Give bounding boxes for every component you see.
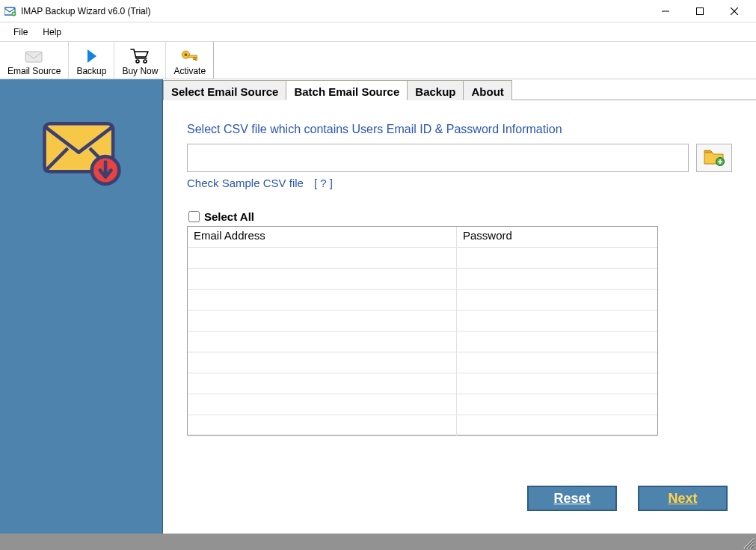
grid-row[interactable] — [188, 331, 657, 352]
svg-rect-3 — [697, 7, 704, 14]
next-button[interactable]: Next — [638, 486, 728, 511]
tool-activate[interactable]: Activate — [166, 42, 214, 79]
svg-marker-7 — [87, 49, 96, 63]
grid-row[interactable] — [188, 290, 657, 311]
maximize-button[interactable] — [683, 0, 717, 22]
menu-bar: File Help — [0, 22, 756, 42]
tab-about[interactable]: About — [463, 80, 511, 100]
window-title: IMAP Backup Wizard v6.0 (Trial) — [21, 6, 150, 16]
instruction-text: Select CSV file which contains Users Ema… — [187, 123, 732, 136]
tab-backup[interactable]: Backup — [407, 80, 464, 100]
svg-point-9 — [144, 60, 147, 63]
reset-button-label: Reset — [553, 491, 590, 507]
backup-icon — [82, 47, 101, 65]
tab-select-email-source[interactable]: Select Email Source — [163, 80, 286, 100]
grid-row[interactable] — [188, 415, 657, 436]
svg-point-8 — [136, 60, 139, 63]
envelope-download-icon — [40, 117, 123, 534]
sidebar — [0, 79, 163, 534]
title-bar: IMAP Backup Wizard v6.0 (Trial) — [0, 0, 756, 22]
minimize-button[interactable] — [648, 0, 683, 22]
close-button[interactable] — [717, 0, 752, 22]
svg-rect-14 — [195, 57, 197, 60]
svg-rect-6 — [25, 52, 42, 62]
tabs: Select Email Source Batch Email Source B… — [163, 79, 756, 100]
csv-path-input[interactable] — [187, 144, 689, 172]
select-all-label: Select All — [204, 210, 254, 223]
menu-help[interactable]: Help — [35, 22, 69, 41]
svg-point-11 — [184, 53, 187, 56]
next-button-label: Next — [668, 491, 697, 507]
toolbar: Email Source Backup Buy Now — [0, 42, 756, 79]
folder-add-icon — [703, 147, 725, 169]
column-password[interactable]: Password — [457, 227, 657, 248]
status-bar — [0, 534, 756, 550]
accounts-grid[interactable]: Email Address Password — [187, 226, 658, 436]
tab-batch-email-source[interactable]: Batch Email Source — [286, 80, 408, 100]
tool-buy-now[interactable]: Buy Now — [114, 42, 166, 79]
grid-row[interactable] — [188, 394, 657, 415]
grid-row[interactable] — [188, 311, 657, 331]
svg-rect-13 — [193, 57, 194, 59]
tool-email-source[interactable]: Email Source — [0, 42, 69, 79]
tool-activate-label: Activate — [173, 67, 206, 76]
menu-file[interactable]: File — [6, 22, 35, 41]
resize-grip-icon[interactable] — [740, 534, 755, 549]
column-email-address[interactable]: Email Address — [188, 227, 457, 248]
tool-backup[interactable]: Backup — [69, 42, 114, 79]
main-area: Select Email Source Batch Email Source B… — [163, 79, 756, 534]
check-sample-csv-link[interactable]: Check Sample CSV file — [187, 177, 304, 189]
tool-backup-label: Backup — [76, 67, 106, 76]
email-source-icon — [25, 47, 44, 65]
batch-email-source-panel: Select CSV file which contains Users Ema… — [163, 100, 756, 534]
app-icon — [4, 5, 16, 17]
browse-csv-button[interactable] — [696, 144, 732, 172]
tool-email-source-label: Email Source — [7, 67, 61, 76]
tool-buy-now-label: Buy Now — [122, 67, 158, 76]
grid-row[interactable] — [188, 269, 657, 290]
grid-row[interactable] — [188, 373, 657, 394]
reset-button[interactable]: Reset — [527, 486, 617, 511]
grid-row[interactable] — [188, 248, 657, 269]
activate-icon — [180, 47, 200, 65]
grid-header-row: Email Address Password — [188, 227, 657, 248]
buy-now-icon — [130, 47, 150, 65]
select-all-checkbox[interactable] — [188, 211, 200, 222]
grid-row[interactable] — [188, 352, 657, 373]
csv-help-link[interactable]: [ ? ] — [314, 177, 333, 189]
